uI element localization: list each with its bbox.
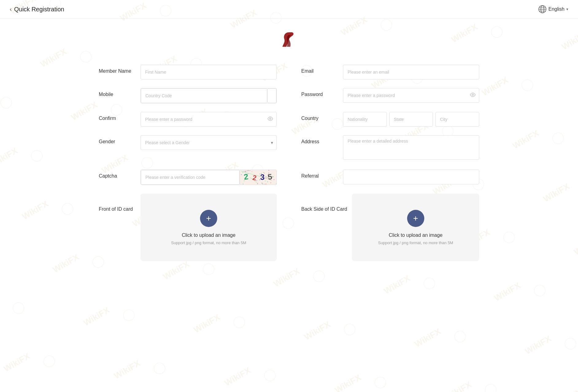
captcha-label: Captcha: [99, 170, 136, 179]
member-name-row: Member Name: [99, 65, 277, 79]
back-id-plus-button[interactable]: +: [407, 210, 424, 227]
upload-row: Front of ID card + Click to upload an im…: [99, 194, 479, 261]
captcha-row: Captcha: [99, 170, 277, 185]
front-id-upload-title: Click to upload an image: [182, 233, 235, 238]
address-field: [343, 135, 479, 161]
address-label: Address: [301, 135, 338, 144]
header-left: ‹ Quick Registration: [10, 6, 64, 13]
captcha-input[interactable]: [141, 170, 240, 185]
email-input[interactable]: [343, 65, 479, 79]
confirm-field: [141, 112, 277, 127]
language-selector[interactable]: English ▾: [538, 5, 568, 13]
mobile-row: Mobile: [99, 88, 277, 103]
header: ‹ Quick Registration English ▾: [0, 0, 578, 19]
back-id-label: Back Side of ID Card: [301, 194, 347, 213]
mobile-group: [141, 88, 277, 103]
confirm-wrapper: [141, 112, 277, 127]
globe-icon: [538, 5, 547, 13]
password-row: Password: [301, 88, 479, 103]
password-label: Password: [301, 88, 338, 97]
captcha-field: [141, 170, 277, 185]
country-row: Country: [301, 112, 479, 127]
password-wrapper: [343, 88, 479, 103]
gender-select[interactable]: Please select a Gender Male Female Other: [141, 135, 277, 150]
confirm-row: Confirm: [99, 112, 277, 127]
country-label: Country: [301, 112, 338, 121]
address-row: Address: [301, 135, 479, 161]
confirm-input[interactable]: [141, 112, 277, 127]
chevron-down-icon: ▾: [566, 7, 568, 11]
front-id-upload-box[interactable]: + Click to upload an image Support jpg /…: [141, 194, 277, 261]
password-field: [343, 88, 479, 103]
referral-row: Referral: [301, 170, 479, 185]
nationality-input[interactable]: [343, 112, 387, 127]
mobile-label: Mobile: [99, 88, 136, 97]
language-label: English: [549, 6, 565, 12]
password-eye-icon[interactable]: [470, 93, 476, 98]
confirm-label: Confirm: [99, 112, 136, 121]
gender-label: Gender: [99, 135, 136, 144]
email-field: [343, 65, 479, 79]
back-id-upload-subtitle: Support jpg / png format, no more than 5…: [378, 240, 453, 245]
gender-row: Gender Please select a Gender Male Femal…: [99, 135, 277, 161]
registration-form: Member Name Email Mobile Password: [99, 65, 479, 261]
gender-field: Please select a Gender Male Female Other…: [141, 135, 277, 150]
front-id-section: Front of ID card + Click to upload an im…: [99, 194, 277, 261]
captcha-group: [141, 170, 277, 185]
password-input[interactable]: [343, 88, 479, 103]
referral-label: Referral: [301, 170, 338, 179]
brand-logo: [280, 31, 298, 49]
referral-field: [343, 170, 479, 184]
svg-point-9: [270, 118, 271, 120]
back-id-upload-title: Click to upload an image: [389, 233, 442, 238]
address-textarea[interactable]: [343, 135, 479, 160]
country-field: [343, 112, 479, 127]
back-icon[interactable]: ‹: [10, 6, 12, 13]
back-id-upload-box[interactable]: + Click to upload an image Support jpg /…: [352, 194, 479, 261]
main-content: Member Name Email Mobile Password: [87, 19, 491, 279]
city-input[interactable]: [435, 112, 479, 127]
front-id-upload-subtitle: Support jpg / png format, no more than 5…: [171, 240, 246, 245]
country-group: [343, 112, 479, 127]
back-id-section: Back Side of ID Card + Click to upload a…: [301, 194, 479, 261]
page-title: Quick Registration: [14, 6, 64, 13]
mobile-field: [141, 88, 277, 103]
state-input[interactable]: [389, 112, 433, 127]
confirm-eye-icon[interactable]: [268, 117, 273, 122]
country-code-input[interactable]: [141, 88, 267, 103]
mobile-number-input[interactable]: [267, 88, 276, 103]
front-id-label: Front of ID card: [99, 194, 136, 213]
member-name-field: [141, 65, 277, 79]
member-name-label: Member Name: [99, 65, 136, 74]
first-name-input[interactable]: [141, 65, 277, 79]
captcha-image[interactable]: [240, 170, 276, 185]
gender-select-wrapper: Please select a Gender Male Female Other…: [141, 135, 277, 150]
referral-input[interactable]: [343, 170, 479, 184]
logo-container: [99, 31, 479, 49]
front-id-plus-button[interactable]: +: [200, 210, 217, 227]
svg-point-8: [472, 94, 474, 96]
captcha-canvas: [240, 170, 277, 185]
email-row: Email: [301, 65, 479, 79]
email-label: Email: [301, 65, 338, 74]
